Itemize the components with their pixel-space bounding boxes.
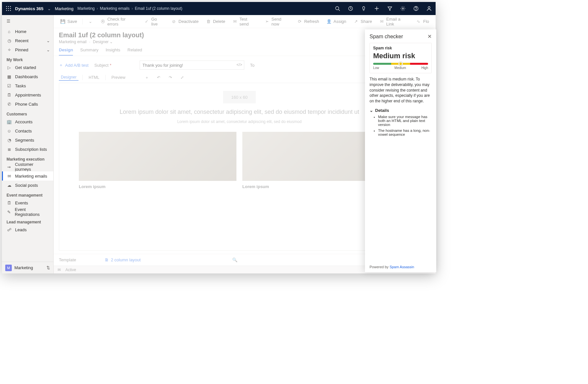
sidebar-item-label: Event Registrations bbox=[15, 207, 50, 217]
details-toggle[interactable]: ⌄Details bbox=[370, 108, 432, 113]
search-icon[interactable]: 🔍 bbox=[232, 257, 237, 262]
filter-icon[interactable] bbox=[383, 6, 396, 11]
subject-input[interactable] bbox=[140, 61, 244, 70]
sidebar-group: Event management bbox=[2, 190, 53, 198]
breadcrumb-item[interactable]: Marketing bbox=[78, 6, 95, 11]
add-icon[interactable] bbox=[370, 6, 383, 11]
sidebar-item-label: Pinned bbox=[15, 47, 28, 52]
breadcrumb-item[interactable]: Email 1uf (2 column layout) bbox=[135, 6, 182, 11]
template-label: Template bbox=[59, 257, 98, 262]
cmd-save[interactable]: 💾Save bbox=[57, 15, 80, 28]
status-value: Active bbox=[65, 268, 76, 272]
logo-placeholder[interactable]: 160 x 60 bbox=[223, 91, 256, 103]
sidebar-item-label: Get started bbox=[15, 65, 36, 70]
add-ab-test-button[interactable]: ＋Add A/B test bbox=[59, 62, 89, 68]
undo-icon[interactable]: ↶ bbox=[154, 75, 163, 80]
cmd-share[interactable]: ↗Share bbox=[350, 15, 375, 28]
mail-icon: ✉ bbox=[233, 19, 238, 24]
home-icon: ⌂ bbox=[7, 29, 12, 34]
tab-related[interactable]: Related bbox=[128, 47, 142, 56]
task-icon[interactable] bbox=[344, 6, 357, 11]
canvas-subtext[interactable]: Lorem ipsum dolor sit amet, consectetur … bbox=[79, 119, 400, 124]
sidebar-item-event-registrations[interactable]: ✎Event Registrations bbox=[2, 207, 53, 217]
sidebar-item-label: Leads bbox=[15, 227, 26, 232]
svg-point-9 bbox=[336, 7, 339, 10]
sidebar-item-tasks[interactable]: ☑Tasks bbox=[2, 81, 53, 90]
add-element-icon[interactable]: ＋ bbox=[142, 75, 151, 80]
close-icon[interactable]: ✕ bbox=[427, 33, 432, 40]
sidebar-item-customer-journeys[interactable]: ⇝Customer journeys bbox=[2, 162, 53, 171]
seg-designer[interactable]: Designer bbox=[59, 74, 78, 81]
cmd-refresh[interactable]: ⟳Refresh bbox=[294, 15, 322, 28]
sidebar-item-appointments[interactable]: 🗓Appointments bbox=[2, 90, 53, 99]
account-icon[interactable] bbox=[423, 6, 436, 11]
sidebar-item-contacts[interactable]: ☺Contacts bbox=[2, 126, 53, 135]
risk-scale-high: High bbox=[421, 66, 428, 70]
canvas-caption[interactable]: Lorem ipsum bbox=[79, 184, 236, 189]
tab-summary[interactable]: Summary bbox=[80, 47, 98, 56]
powered-link[interactable]: Spam Assassin bbox=[389, 265, 414, 269]
brand-label[interactable]: Dynamics 365 bbox=[15, 6, 46, 11]
cmd-email-link[interactable]: ✉Email a Link bbox=[376, 15, 412, 28]
app-launcher-icon[interactable] bbox=[2, 6, 15, 11]
sidebar-item-events[interactable]: 🗓Events bbox=[2, 198, 53, 207]
view-switcher[interactable]: Designer ⌄ bbox=[93, 40, 113, 44]
brand-dropdown-icon[interactable]: ⌄ bbox=[47, 6, 51, 11]
hamburger-icon[interactable]: ☰ bbox=[2, 15, 53, 27]
sidebar-item-home[interactable]: ⌂Home bbox=[2, 27, 53, 36]
search-icon[interactable] bbox=[331, 6, 344, 11]
cmd-deactivate[interactable]: ⊘Deactivate bbox=[168, 15, 202, 28]
save-icon: 💾 bbox=[60, 19, 65, 24]
sidebar-item-label: Recent bbox=[15, 38, 28, 43]
code-icon[interactable]: </> bbox=[236, 62, 242, 67]
sidebar-item-social-posts[interactable]: ☁Social posts bbox=[2, 181, 53, 190]
cmd-flow[interactable]: ∿Flo bbox=[413, 15, 432, 28]
reg-icon: ✎ bbox=[7, 210, 11, 215]
contact-icon: ☺ bbox=[7, 129, 12, 133]
sidebar-item-pinned[interactable]: ✧Pinned⌄ bbox=[2, 45, 53, 54]
canvas-headline[interactable]: Lorem ipsum dolor sit amet, consectetur … bbox=[79, 108, 400, 116]
fullscreen-icon[interactable]: ⤢ bbox=[178, 75, 187, 80]
cmd-save-dropdown[interactable]: ⌄ bbox=[85, 15, 96, 28]
cmd-label: Save bbox=[67, 19, 77, 24]
sidebar-item-subscription-lists[interactable]: ≣Subscription lists bbox=[2, 145, 53, 154]
sidebar-item-leads[interactable]: ☍Leads bbox=[2, 225, 53, 234]
cmd-assign[interactable]: 👤Assign bbox=[323, 15, 350, 28]
sidebar-item-dashboards[interactable]: ▦Dashboards bbox=[2, 72, 53, 81]
cmd-check-errors[interactable]: ⦿Check for errors bbox=[97, 15, 140, 28]
gear-icon[interactable] bbox=[396, 6, 409, 11]
seg-html[interactable]: HTML bbox=[87, 75, 101, 80]
svg-point-8 bbox=[10, 10, 11, 11]
breadcrumb-item[interactable]: Marketing emails bbox=[100, 6, 130, 11]
sidebar-item-marketing-emails[interactable]: ✉Marketing emails bbox=[2, 171, 53, 181]
sidebar-item-label: Accounts bbox=[15, 119, 32, 124]
canvas-column[interactable]: Lorem ipsum bbox=[79, 132, 236, 189]
cmd-test-send[interactable]: ✉Test send bbox=[229, 15, 261, 28]
sidebar-item-segments[interactable]: ◔Segments bbox=[2, 135, 53, 145]
risk-scale-medium: Medium bbox=[394, 66, 406, 70]
cmd-send-now[interactable]: ➣Send now bbox=[261, 15, 293, 28]
app-name[interactable]: Marketing bbox=[51, 6, 78, 11]
sidebar-area-switcher[interactable]: M Marketing ⇅ bbox=[2, 262, 53, 273]
tab-design[interactable]: Design bbox=[59, 47, 73, 56]
help-icon[interactable] bbox=[409, 6, 423, 11]
phone-icon: ✆ bbox=[7, 102, 12, 107]
sidebar-group: My Work bbox=[2, 54, 53, 63]
tab-insights[interactable]: Insights bbox=[106, 47, 120, 56]
cmd-label: Delete bbox=[213, 19, 225, 24]
spam-risk-card: Spam risk Medium risk Low Medium High bbox=[370, 43, 432, 73]
lightbulb-icon[interactable] bbox=[357, 6, 370, 11]
template-link[interactable]: 🗎2 column layout bbox=[105, 257, 141, 262]
list-icon: ≣ bbox=[7, 147, 12, 152]
risk-scale-bar bbox=[373, 63, 428, 65]
seg-preview[interactable]: Preview bbox=[110, 75, 128, 80]
cmd-go-live[interactable]: ✓Go live bbox=[141, 15, 167, 28]
redo-icon[interactable]: ↷ bbox=[166, 75, 175, 80]
sidebar-item-recent[interactable]: ◷Recent⌄ bbox=[2, 36, 53, 45]
sidebar-item-get-started[interactable]: ▷Get started bbox=[2, 63, 53, 72]
sidebar-item-phone-calls[interactable]: ✆Phone Calls bbox=[2, 99, 53, 109]
cmd-delete[interactable]: 🗑Delete bbox=[202, 15, 229, 28]
sidebar-item-accounts[interactable]: 🏢Accounts bbox=[2, 117, 53, 126]
sidebar-item-label: Appointments bbox=[15, 93, 41, 97]
image-placeholder[interactable] bbox=[79, 132, 236, 181]
